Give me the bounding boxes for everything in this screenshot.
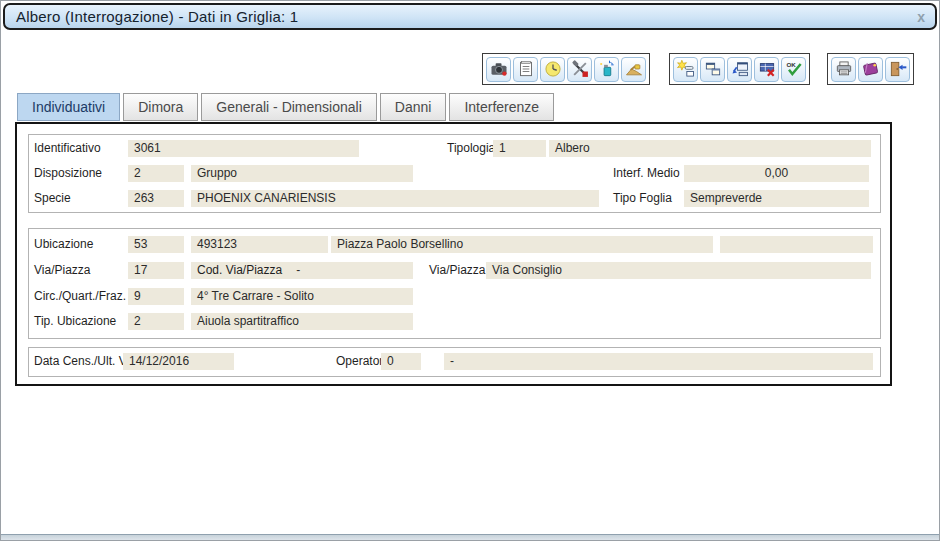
disposizione-desc-field[interactable]: Gruppo <box>191 165 413 182</box>
help-button[interactable] <box>858 57 883 82</box>
spray-can-icon <box>597 59 617 79</box>
specie-desc-field[interactable]: PHOENIX CANARIENSIS <box>191 190 599 207</box>
via-piazza-code-field[interactable]: 17 <box>128 262 184 279</box>
ok-check-icon: OK <box>784 59 804 79</box>
circ-quart-fraz-desc-field[interactable]: 4° Tre Carrare - Solito <box>191 288 413 305</box>
ubicazione-label: Ubicazione <box>34 236 93 253</box>
ubicazione-extra-field[interactable] <box>720 236 873 253</box>
app-window: Albero (Interrogazione) - Dati in Grigli… <box>0 0 940 541</box>
tab-dimora[interactable]: Dimora <box>123 93 198 121</box>
clock-icon <box>543 59 563 79</box>
printer-icon <box>834 59 854 79</box>
records-button[interactable] <box>700 57 725 82</box>
goto-record-button[interactable] <box>727 57 752 82</box>
window-bottom-edge <box>1 534 939 540</box>
via-piazza-name-field[interactable]: Via Consiglio <box>486 262 871 279</box>
operatore-code-field[interactable]: 0 <box>381 353 421 370</box>
circ-quart-fraz-code-field[interactable]: 9 <box>128 288 184 305</box>
circ-quart-fraz-label: Circ./Quart./Fraz. <box>34 288 126 305</box>
identificativo-field[interactable]: 3061 <box>128 140 359 157</box>
tab-interferenze[interactable]: Interferenze <box>449 93 554 121</box>
tab-bar: Individuativi Dimora Generali - Dimensio… <box>17 93 554 121</box>
camera-icon <box>489 59 509 79</box>
ubicazione-code-field[interactable]: 53 <box>128 236 184 253</box>
specie-code-field[interactable]: 263 <box>128 190 184 207</box>
new-record-button[interactable] <box>673 57 698 82</box>
window-title: Albero (Interrogazione) - Dati in Grigli… <box>5 8 298 25</box>
print-button[interactable] <box>831 57 856 82</box>
tipologia-label: Tipologia <box>447 140 495 157</box>
operatore-desc-field[interactable]: - <box>444 353 873 370</box>
toolbar-group-records: OK <box>669 53 810 85</box>
camera-button[interactable] <box>486 57 511 82</box>
toolbar-group-media <box>482 53 650 85</box>
tab-individuativi[interactable]: Individuativi <box>17 93 120 121</box>
works-button[interactable] <box>621 57 646 82</box>
disposizione-code-field[interactable]: 2 <box>128 165 184 182</box>
via-piazza-label: Via/Piazza <box>34 262 90 279</box>
title-bar: Albero (Interrogazione) - Dati in Grigli… <box>3 3 937 30</box>
tab-generali-dimensionali[interactable]: Generali - Dimensionali <box>201 93 377 121</box>
svg-text:OK: OK <box>786 61 796 68</box>
spray-button[interactable] <box>594 57 619 82</box>
specie-label: Specie <box>34 190 71 207</box>
identificativo-label: Identificativo <box>34 140 101 157</box>
ubicazione-code2-field[interactable]: 493123 <box>191 236 328 253</box>
exit-door-icon <box>888 59 908 79</box>
tip-ubicazione-code-field[interactable]: 2 <box>128 313 184 330</box>
delete-record-icon <box>757 59 777 79</box>
cod-via-piazza-label: Cod. Via/Piazza <box>197 263 282 277</box>
tools-button[interactable] <box>567 57 592 82</box>
tools-icon <box>570 59 590 79</box>
ok-button[interactable]: OK <box>781 57 806 82</box>
tip-ubicazione-label: Tip. Ubicazione <box>34 313 116 330</box>
cod-via-piazza-value: - <box>296 263 300 277</box>
goto-record-icon <box>730 59 750 79</box>
tab-danni[interactable]: Danni <box>380 93 447 121</box>
notepad-icon <box>516 59 536 79</box>
disposizione-label: Disposizione <box>34 165 102 182</box>
data-cens-field[interactable]: 14/12/2016 <box>123 353 234 370</box>
notes-button[interactable] <box>513 57 538 82</box>
ubicazione-desc-field[interactable]: Piazza Paolo Borsellino <box>331 236 713 253</box>
tip-ubicazione-desc-field[interactable]: Aiuola spartitraffico <box>191 313 413 330</box>
tipologia-desc-field[interactable]: Albero <box>549 140 871 157</box>
tipo-foglia-field[interactable]: Sempreverde <box>684 190 869 207</box>
clock-button[interactable] <box>540 57 565 82</box>
delete-record-button[interactable] <box>754 57 779 82</box>
help-book-icon <box>861 59 881 79</box>
new-record-icon <box>676 59 696 79</box>
exit-button[interactable] <box>885 57 910 82</box>
cod-via-piazza-field[interactable]: Cod. Via/Piazza- <box>191 262 413 279</box>
record-windows-icon <box>703 59 723 79</box>
toolbar-group-output <box>827 53 914 85</box>
tipo-foglia-label: Tipo Foglia <box>613 190 672 207</box>
interf-medio-field[interactable]: 0,00 <box>684 165 869 182</box>
close-icon[interactable]: x <box>917 8 925 26</box>
interf-medio-label: Interf. Medio <box>613 165 680 182</box>
tipologia-code-field[interactable]: 1 <box>493 140 546 157</box>
via-piazza-right-label: Via/Piazza <box>429 262 485 279</box>
construction-icon <box>624 59 644 79</box>
